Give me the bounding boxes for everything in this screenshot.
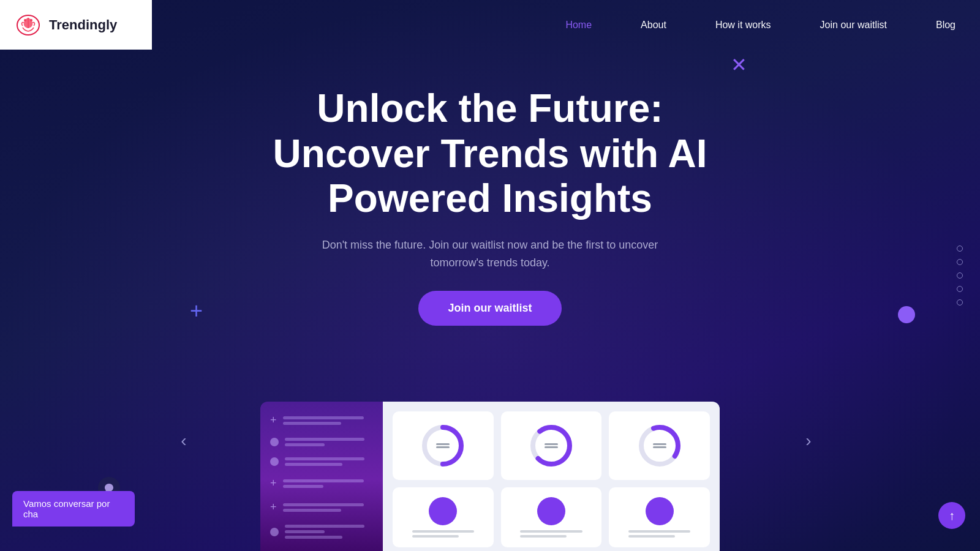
sidebar-row-5: +	[270, 501, 373, 514]
donut-chart-2	[527, 421, 576, 470]
bubble-lines	[520, 530, 582, 538]
bubble-lines	[628, 530, 690, 538]
sidebar-line	[285, 525, 364, 528]
nav-links: Home About How it works Join our waitlis…	[541, 0, 980, 50]
bubble-card-1	[393, 487, 494, 547]
sidebar-line	[283, 422, 342, 425]
brain-icon	[15, 12, 42, 39]
sidebar-row-6	[270, 525, 373, 539]
hero-subtitle: Don't miss the future. Join our waitlist…	[318, 236, 662, 272]
scroll-to-top-button[interactable]: ↑	[938, 502, 965, 529]
sidebar-line	[283, 509, 342, 512]
sidebar-lines-6	[285, 525, 373, 539]
donut-line	[436, 446, 450, 448]
sidebar-line	[285, 438, 364, 441]
donut-line	[436, 443, 450, 445]
sidebar-line	[285, 457, 364, 460]
decorative-cross: ✕	[731, 55, 747, 75]
navbar: Trendingly Home About How it works Join …	[0, 0, 980, 50]
scroll-dot-5[interactable]	[957, 299, 963, 305]
bubble-card-2	[501, 487, 602, 547]
carousel-prev-button[interactable]: ‹	[172, 429, 196, 453]
bubble-row	[393, 487, 710, 547]
bubble-1	[429, 497, 457, 525]
sidebar-dot	[270, 438, 279, 446]
donut-chart-1	[418, 421, 467, 470]
sidebar-lines-5	[283, 503, 373, 512]
donut-line	[653, 446, 666, 448]
bubble-line	[412, 535, 459, 538]
nav-how-it-works[interactable]: How it works	[691, 0, 796, 50]
donut-card-2	[501, 411, 602, 480]
dashboard-main	[383, 402, 720, 551]
bubble-line	[520, 530, 582, 533]
donut-inner	[545, 443, 558, 448]
sidebar-dot	[270, 528, 279, 536]
dashboard-preview: + + +	[260, 402, 720, 551]
bubble-line	[628, 530, 690, 533]
bubble-3	[646, 497, 674, 525]
scroll-dot-1[interactable]	[957, 246, 963, 252]
donut-chart-3	[635, 421, 684, 470]
bubble-lines	[412, 530, 474, 538]
sidebar-line	[283, 485, 323, 488]
sidebar-row-3	[270, 457, 373, 466]
bubble-2	[537, 497, 565, 525]
join-waitlist-button[interactable]: Join our waitlist	[418, 291, 561, 326]
decorative-plus: +	[190, 300, 203, 322]
nav-home[interactable]: Home	[541, 0, 616, 50]
sidebar-lines-3	[285, 457, 373, 466]
scroll-dot-4[interactable]	[957, 286, 963, 292]
donut-card-1	[393, 411, 494, 480]
donut-card-3	[609, 411, 710, 480]
logo-area: Trendingly	[0, 0, 152, 50]
sidebar-line	[283, 416, 364, 419]
sidebar-lines-1	[283, 416, 373, 425]
bubble-line	[520, 535, 567, 538]
scroll-dot-2[interactable]	[957, 259, 963, 265]
sidebar-lines-2	[285, 438, 373, 446]
dashboard-sidebar: + + +	[260, 402, 383, 551]
sidebar-line	[285, 536, 342, 539]
bubble-line	[628, 535, 675, 538]
sidebar-row-4: +	[270, 477, 373, 490]
chat-bubble[interactable]: Vamos conversar por cha	[12, 491, 135, 527]
bubble-line	[412, 530, 474, 533]
sidebar-line	[285, 463, 342, 466]
donut-line	[545, 443, 558, 445]
nav-about[interactable]: About	[616, 0, 691, 50]
donut-row	[393, 411, 710, 480]
bubble-card-3	[609, 487, 710, 547]
scroll-dots	[957, 246, 963, 305]
sidebar-line	[285, 530, 325, 533]
donut-line	[545, 446, 558, 448]
sidebar-plus-2: +	[270, 477, 277, 490]
sidebar-line	[283, 479, 364, 482]
sidebar-row-2	[270, 438, 373, 446]
sidebar-line	[285, 443, 325, 446]
scroll-dot-3[interactable]	[957, 272, 963, 279]
sidebar-dot	[270, 457, 279, 466]
donut-line	[653, 443, 666, 445]
nav-blog[interactable]: Blog	[911, 0, 980, 50]
sidebar-line	[283, 503, 364, 506]
sidebar-lines-4	[283, 479, 373, 488]
donut-inner	[653, 443, 666, 448]
sidebar-plus-1: +	[270, 414, 277, 427]
sidebar-plus-3: +	[270, 501, 277, 514]
sidebar-row-1: +	[270, 414, 373, 427]
carousel-next-button[interactable]: ›	[796, 429, 821, 453]
logo-text: Trendingly	[49, 17, 117, 33]
donut-inner	[436, 443, 450, 448]
svg-point-1	[24, 19, 26, 21]
svg-point-2	[30, 19, 32, 21]
nav-join-waitlist[interactable]: Join our waitlist	[796, 0, 911, 50]
hero-content: Unlock the Future: Uncover Trends with A…	[0, 50, 980, 326]
hero-title: Unlock the Future: Uncover Trends with A…	[251, 86, 729, 222]
